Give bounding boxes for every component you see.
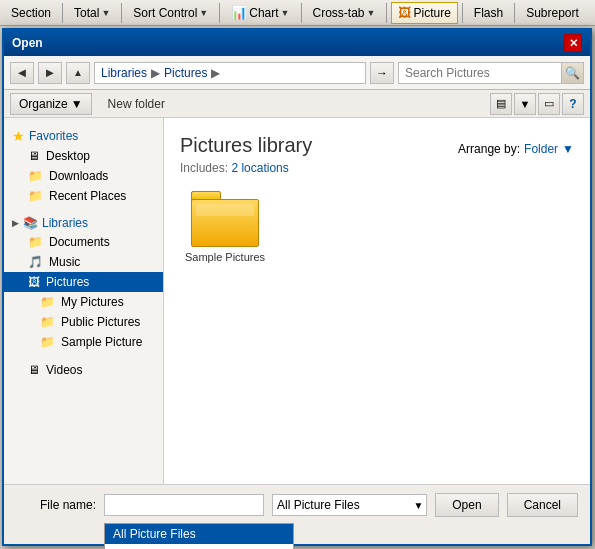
music-label: Music: [49, 255, 80, 269]
go-button[interactable]: →: [370, 62, 394, 84]
recent-places-icon: 📁: [28, 189, 43, 203]
total-arrow: ▼: [101, 8, 110, 18]
toolbar-flash[interactable]: Flash: [467, 2, 510, 24]
toolbar-divider-5: [386, 3, 387, 23]
favorites-section: ★ Favorites 🖥 Desktop 📁 Downloads 📁 Rece…: [4, 126, 163, 206]
sample-pictures-folder[interactable]: Sample Pictures: [180, 191, 270, 263]
cross-tab-label: Cross-tab: [313, 6, 365, 20]
cross-tab-arrow: ▼: [367, 8, 376, 18]
toolbar-total[interactable]: Total ▼: [67, 2, 117, 24]
chart-arrow: ▼: [281, 8, 290, 18]
libraries-triangle: ▶: [12, 218, 19, 228]
toolbar-divider-3: [219, 3, 220, 23]
search-box[interactable]: 🔍: [398, 62, 584, 84]
search-input[interactable]: [399, 66, 561, 80]
sidebar: ★ Favorites 🖥 Desktop 📁 Downloads 📁 Rece…: [4, 118, 164, 484]
sidebar-item-pictures[interactable]: 🖼 Pictures: [4, 272, 163, 292]
dropdown-item[interactable]: All Picture Files: [105, 524, 293, 544]
libraries-section: ▶ 📚 Libraries 📁 Documents 🎵 Music 🖼 Pict…: [4, 214, 163, 352]
organize-arrow: ▼: [71, 97, 83, 111]
pictures-label: Pictures: [46, 275, 89, 289]
toolbar-divider-4: [301, 3, 302, 23]
folder-label: Sample Pictures: [185, 251, 265, 263]
filename-input[interactable]: [104, 494, 264, 516]
back-button[interactable]: ◄: [10, 62, 34, 84]
path-pictures[interactable]: Pictures: [164, 66, 207, 80]
my-pictures-label: My Pictures: [61, 295, 124, 309]
content-area: Pictures library Includes: 2 locations A…: [164, 118, 590, 484]
view-button-3[interactable]: ▭: [538, 93, 560, 115]
path-libraries[interactable]: Libraries: [101, 66, 147, 80]
libraries-label: Libraries: [42, 216, 88, 230]
open-button[interactable]: Open: [435, 493, 498, 517]
picture-label: Picture: [413, 6, 450, 20]
sidebar-item-desktop[interactable]: 🖥 Desktop: [4, 146, 163, 166]
favorites-label: Favorites: [29, 129, 78, 143]
library-title: Pictures library: [180, 134, 312, 157]
organize-label: Organize: [19, 97, 68, 111]
new-folder-button[interactable]: New folder: [100, 93, 173, 115]
videos-icon: 🖥: [28, 363, 40, 377]
dialog-close-button[interactable]: ✕: [564, 34, 582, 52]
sidebar-item-documents[interactable]: 📁 Documents: [4, 232, 163, 252]
search-icon[interactable]: 🔍: [561, 63, 583, 83]
sidebar-item-my-pictures[interactable]: 📁 My Pictures: [4, 292, 163, 312]
sidebar-item-sample-pictures[interactable]: 📁 Sample Picture: [4, 332, 163, 352]
toolbar-divider-2: [121, 3, 122, 23]
sidebar-item-downloads[interactable]: 📁 Downloads: [4, 166, 163, 186]
filename-row: File name: All Picture FilesBitmap Files…: [16, 493, 578, 517]
sidebar-item-music[interactable]: 🎵 Music: [4, 252, 163, 272]
toolbar-divider-1: [62, 3, 63, 23]
dropdown-item[interactable]: Bitmap Files (*.bmp): [105, 544, 293, 549]
computer-section: 🖥 Videos: [4, 360, 163, 380]
sidebar-item-videos[interactable]: 🖥 Videos: [4, 360, 163, 380]
sidebar-item-public-pictures[interactable]: 📁 Public Pictures: [4, 312, 163, 332]
library-info: Pictures library Includes: 2 locations: [180, 134, 312, 191]
folder-body: [191, 199, 259, 247]
subreport-label: Subreport: [526, 6, 579, 20]
view-dropdown-button[interactable]: ▼: [514, 93, 536, 115]
main-toolbar: Section Total ▼ Sort Control ▼ 📊 Chart ▼…: [0, 0, 595, 26]
arrange-by-value[interactable]: Folder: [524, 142, 558, 156]
sort-control-label: Sort Control: [133, 6, 197, 20]
toolbar-sort-control[interactable]: Sort Control ▼: [126, 2, 215, 24]
toolbar-subreport[interactable]: Subreport: [519, 2, 586, 24]
up-button[interactable]: ▲: [66, 62, 90, 84]
favorites-header[interactable]: ★ Favorites: [4, 126, 163, 146]
public-pictures-icon: 📁: [40, 315, 55, 329]
dialog-titlebar: Open ✕: [4, 30, 590, 56]
dropdown-list: All Picture FilesBitmap Files (*.bmp)GIF…: [104, 523, 294, 549]
organize-button[interactable]: Organize ▼: [10, 93, 92, 115]
view-button-1[interactable]: ▤: [490, 93, 512, 115]
arrange-by-arrow[interactable]: ▼: [562, 142, 574, 156]
my-pictures-icon: 📁: [40, 295, 55, 309]
locations-link[interactable]: 2 locations: [231, 161, 288, 175]
downloads-icon: 📁: [28, 169, 43, 183]
cancel-button[interactable]: Cancel: [507, 493, 578, 517]
filetype-select[interactable]: All Picture FilesBitmap Files (*.bmp)GIF…: [272, 494, 427, 516]
folder-image: [191, 191, 259, 247]
toolbar-cross-tab[interactable]: Cross-tab ▼: [306, 2, 383, 24]
chart-icon: 📊: [231, 5, 247, 20]
picture-icon: 🖼: [398, 5, 411, 20]
toolbar-picture[interactable]: 🖼 Picture: [391, 2, 457, 24]
toolbar-divider-6: [462, 3, 463, 23]
sidebar-item-recent-places[interactable]: 📁 Recent Places: [4, 186, 163, 206]
address-path[interactable]: Libraries ▶ Pictures ▶: [94, 62, 366, 84]
desktop-icon: 🖥: [28, 149, 40, 163]
path-sep-2: ▶: [211, 66, 220, 80]
new-folder-label: New folder: [108, 97, 165, 111]
recent-places-label: Recent Places: [49, 189, 126, 203]
sort-control-arrow: ▼: [199, 8, 208, 18]
libraries-header[interactable]: ▶ 📚 Libraries: [4, 214, 163, 232]
help-button[interactable]: ?: [562, 93, 584, 115]
view-buttons: ▤ ▼ ▭ ?: [490, 93, 584, 115]
documents-label: Documents: [49, 235, 110, 249]
toolbar-chart[interactable]: 📊 Chart ▼: [224, 2, 296, 24]
documents-icon: 📁: [28, 235, 43, 249]
section-label: Section: [11, 6, 51, 20]
forward-button[interactable]: ►: [38, 62, 62, 84]
toolbar-section[interactable]: Section: [4, 2, 58, 24]
toolbar-divider-7: [514, 3, 515, 23]
filename-label: File name:: [16, 498, 96, 512]
